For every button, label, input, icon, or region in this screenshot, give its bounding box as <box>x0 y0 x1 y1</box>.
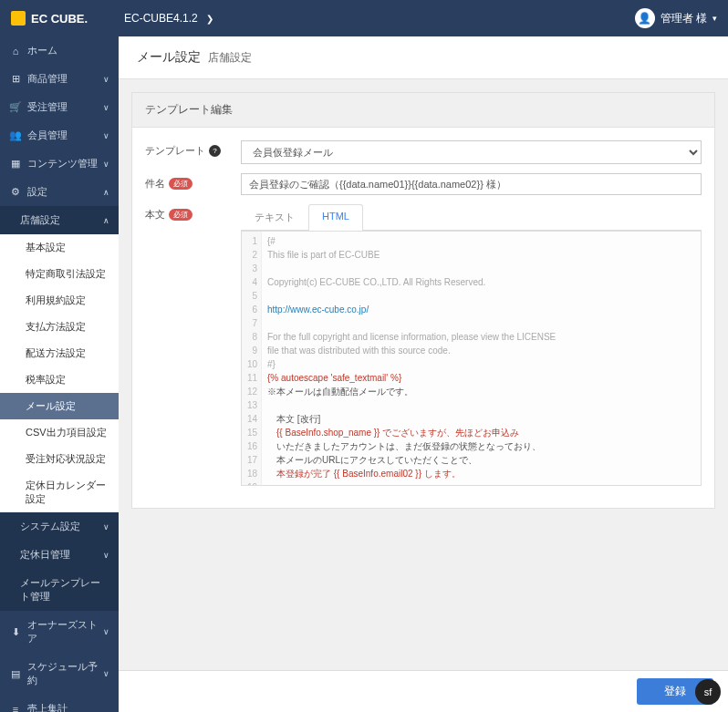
sidebar-item-4[interactable]: ▦コンテンツ管理∨ <box>0 150 119 178</box>
chevron-icon: ∨ <box>103 131 109 140</box>
sidebar-item-1[interactable]: ⊞商品管理∨ <box>0 65 119 93</box>
sidebar-item-holiday[interactable]: 定休日管理 ∨ <box>0 541 119 569</box>
template-edit-card: テンプレート編集 テンプレート ? 会員仮登録メール 件名 <box>131 92 715 509</box>
chevron-icon: ∨ <box>103 75 109 84</box>
tab-html[interactable]: HTML <box>308 204 363 231</box>
sidebar-subitem-6[interactable]: メール設定 <box>0 393 119 419</box>
chevron-icon: ∨ <box>103 160 109 169</box>
sidebar-bottom-1[interactable]: ▤スケジュール予約∨ <box>0 653 119 695</box>
required-badge: 必須 <box>169 209 192 221</box>
nav-icon: ⊞ <box>9 73 22 85</box>
sidebar-item-3[interactable]: 👥会員管理∨ <box>0 121 119 150</box>
template-label: テンプレート ? <box>145 140 241 158</box>
symfony-toolbar-icon[interactable]: sf <box>695 679 721 705</box>
chevron-down-icon: ▾ <box>712 14 717 23</box>
body-tabs: テキスト HTML <box>241 204 702 231</box>
sidebar-subitem-8[interactable]: 受注対応状況設定 <box>0 446 119 472</box>
chevron-up-icon: ∧ <box>103 216 109 225</box>
sidebar-item-mail-template-mgmt[interactable]: メールテンプレート管理 <box>0 569 119 611</box>
required-badge: 必須 <box>169 178 192 190</box>
tab-text[interactable]: テキスト <box>241 204 308 230</box>
brand-text: EC CUBE. <box>31 12 88 26</box>
main: メール設定 店舗設定 テンプレート編集 テンプレート ? 会員仮登録メール <box>119 36 728 712</box>
chevron-icon: ∨ <box>103 103 109 112</box>
nav-icon: ⌂ <box>9 46 22 57</box>
card-header: テンプレート編集 <box>132 93 714 128</box>
chevron-icon: ∧ <box>103 188 109 197</box>
page-title: メール設定 店舗設定 <box>119 36 728 79</box>
template-select[interactable]: 会員仮登録メール <box>241 140 702 164</box>
sidebar-subitem-2[interactable]: 利用規約設定 <box>0 287 119 314</box>
avatar-icon: 👤 <box>635 8 655 28</box>
topbar: EC CUBE. EC-CUBE4.1.2 ❯ 👤 管理者 様 ▾ <box>0 0 728 36</box>
user-name: 管理者 様 <box>660 11 707 26</box>
body-label: 本文 必須 <box>145 204 241 222</box>
sidebar-item-5[interactable]: ⚙設定∧ <box>0 178 119 206</box>
subject-input[interactable] <box>241 173 702 195</box>
sidebar-subitem-1[interactable]: 特定商取引法設定 <box>0 261 119 287</box>
logo-cube-icon <box>11 11 26 26</box>
chevron-down-icon: ∨ <box>103 522 109 531</box>
chevron-icon: ∨ <box>103 627 109 636</box>
nav-icon: ▦ <box>9 158 22 170</box>
user-menu[interactable]: 👤 管理者 様 ▾ <box>635 8 717 28</box>
nav-icon: ≡ <box>9 704 22 713</box>
logo[interactable]: EC CUBE. <box>11 11 119 26</box>
footer-bar: 登録 <box>119 670 728 712</box>
version-link[interactable]: EC-CUBE4.1.2 ❯ <box>124 12 213 25</box>
help-icon[interactable]: ? <box>209 145 221 157</box>
sidebar-subitem-5[interactable]: 税率設定 <box>0 366 119 393</box>
nav-icon: ⚙ <box>9 186 22 198</box>
subject-label: 件名 必須 <box>145 173 241 191</box>
sidebar-subitem-0[interactable]: 基本設定 <box>0 234 119 261</box>
sidebar-item-shop-settings[interactable]: 店舗設定 ∧ <box>0 206 119 234</box>
nav-icon: 🛒 <box>9 101 22 113</box>
nav-icon: ⬇ <box>9 626 22 638</box>
nav-icon: ▤ <box>9 668 22 680</box>
sidebar-bottom-2[interactable]: ≡売上集計 <box>0 695 119 712</box>
sidebar-item-2[interactable]: 🛒受注管理∨ <box>0 93 119 121</box>
sidebar-item-system-settings[interactable]: システム設定 ∨ <box>0 512 119 541</box>
chevron-down-icon: ∨ <box>103 551 109 560</box>
sidebar-item-0[interactable]: ⌂ホーム <box>0 36 119 65</box>
chevron-right-icon: ❯ <box>206 14 213 24</box>
code-editor[interactable]: 1234567891011121314151617181920212223242… <box>241 231 702 486</box>
sidebar-subitem-4[interactable]: 配送方法設定 <box>0 340 119 366</box>
nav-icon: 👥 <box>9 129 22 141</box>
sidebar-subitem-9[interactable]: 定休日カレンダー設定 <box>0 472 119 512</box>
sidebar-bottom-0[interactable]: ⬇オーナーズストア∨ <box>0 611 119 653</box>
sidebar-subitem-7[interactable]: CSV出力項目設定 <box>0 419 119 446</box>
sidebar: ⌂ホーム⊞商品管理∨🛒受注管理∨👥会員管理∨▦コンテンツ管理∨⚙設定∧ 店舗設定… <box>0 36 119 712</box>
chevron-icon: ∨ <box>103 669 109 678</box>
sidebar-subitem-3[interactable]: 支払方法設定 <box>0 314 119 340</box>
